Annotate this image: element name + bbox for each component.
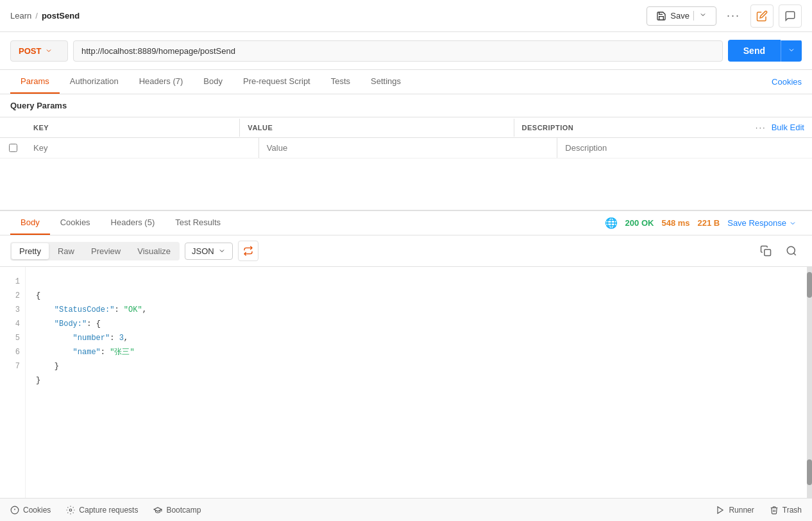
- chevron-down-icon: [699, 11, 707, 19]
- line-num-6: 6: [5, 345, 20, 359]
- tab-tests[interactable]: Tests: [321, 70, 360, 94]
- tab-authorization[interactable]: Authorization: [60, 70, 129, 94]
- bootcamp-icon: [153, 506, 162, 515]
- status-code: 200 OK: [625, 218, 654, 228]
- status-trash[interactable]: Trash: [770, 506, 802, 515]
- search-button[interactable]: [781, 241, 802, 261]
- code-area: 1 2 3 4 5 6 7 { "StatusCode:": "OK", "Bo…: [0, 267, 812, 498]
- send-main-button[interactable]: Send: [728, 40, 781, 62]
- edit-button[interactable]: [750, 4, 774, 28]
- save-response-label: Save Response: [727, 218, 786, 228]
- svg-rect-0: [765, 250, 771, 256]
- resp-tab-headers[interactable]: Headers (5): [101, 211, 165, 235]
- view-pretty[interactable]: Pretty: [12, 243, 49, 259]
- cookie-icon: [10, 506, 19, 515]
- save-label: Save: [670, 11, 689, 21]
- status-runner[interactable]: Runner: [716, 506, 754, 515]
- tab-params[interactable]: Params: [10, 70, 60, 94]
- view-preview[interactable]: Preview: [83, 243, 128, 259]
- view-raw[interactable]: Raw: [50, 243, 82, 259]
- scrollbar-thumb-top[interactable]: [807, 272, 812, 298]
- more-button[interactable]: ···: [722, 6, 745, 25]
- format-bar: Pretty Raw Preview Visualize JSON: [0, 235, 812, 267]
- breadcrumb-learn[interactable]: Learn: [10, 11, 31, 21]
- desc-cell[interactable]: [557, 138, 812, 158]
- status-runner-label: Runner: [729, 506, 754, 515]
- view-visualize[interactable]: Visualize: [130, 243, 178, 259]
- save-dropdown[interactable]: [693, 11, 707, 21]
- format-select[interactable]: JSON: [185, 243, 233, 260]
- key-cell[interactable]: [26, 138, 259, 158]
- code-content: { "StatusCode:": "OK", "Body:": { "numbe…: [26, 267, 807, 498]
- more-options-icon[interactable]: ···: [756, 123, 766, 132]
- breadcrumb-separator: /: [35, 11, 38, 21]
- svg-marker-5: [718, 506, 723, 513]
- tab-headers[interactable]: Headers (7): [129, 70, 194, 94]
- tab-settings[interactable]: Settings: [360, 70, 411, 94]
- bulk-edit-label[interactable]: Bulk Edit: [772, 123, 804, 132]
- send-dropdown-button[interactable]: [781, 40, 802, 62]
- response-size: 221 B: [698, 218, 720, 228]
- desc-input[interactable]: [565, 143, 804, 153]
- request-tabs: Params Authorization Headers (7) Body Pr…: [0, 70, 812, 94]
- trash-icon: [770, 506, 779, 515]
- search-icon: [786, 245, 797, 257]
- save-icon: [656, 11, 666, 21]
- resp-tab-test-results[interactable]: Test Results: [165, 211, 231, 235]
- send-button-group: Send: [728, 40, 802, 62]
- status-cookies[interactable]: Cookies: [10, 506, 51, 515]
- save-response-chevron-icon: [789, 219, 797, 227]
- scrollbar-vertical[interactable]: [807, 267, 812, 498]
- status-bar: Cookies Capture requests Bootcamp Runner…: [0, 498, 812, 521]
- line-numbers: 1 2 3 4 5 6 7: [0, 267, 26, 498]
- save-button[interactable]: Save: [647, 6, 716, 26]
- method-select[interactable]: POST: [10, 40, 68, 62]
- status-bootcamp-label: Bootcamp: [166, 506, 201, 515]
- table-row: [0, 138, 812, 158]
- resp-tab-body[interactable]: Body: [10, 211, 50, 235]
- th-check: [0, 123, 26, 133]
- line-num-3: 3: [5, 303, 20, 317]
- svg-point-1: [787, 246, 795, 254]
- method-label: POST: [19, 46, 41, 56]
- params-empty-space: [0, 158, 812, 210]
- send-chevron-icon: [788, 46, 795, 54]
- response-status: 🌐 200 OK 548 ms 221 B Save Response: [600, 217, 802, 229]
- capture-icon: [66, 506, 75, 515]
- header: Learn / postSend Save ···: [0, 0, 812, 32]
- view-tabs: Pretty Raw Preview Visualize: [10, 242, 180, 260]
- svg-point-4: [70, 509, 72, 511]
- line-num-5: 5: [5, 331, 20, 345]
- comment-button[interactable]: [779, 4, 802, 28]
- copy-button[interactable]: [756, 241, 776, 261]
- response-tabs: Body Cookies Headers (5) Test Results 🌐 …: [0, 211, 812, 235]
- status-cookies-label: Cookies: [23, 506, 51, 515]
- resp-tab-cookies[interactable]: Cookies: [50, 211, 101, 235]
- runner-icon: [716, 506, 725, 515]
- table-header: KEY VALUE DESCRIPTION ··· Bulk Edit: [0, 117, 812, 138]
- params-table: KEY VALUE DESCRIPTION ··· Bulk Edit: [0, 117, 812, 158]
- checkbox-input[interactable]: [9, 144, 17, 152]
- response-time: 548 ms: [661, 218, 689, 228]
- value-cell[interactable]: [259, 138, 557, 158]
- copy-icon: [760, 245, 772, 257]
- save-response-button[interactable]: Save Response: [727, 218, 797, 228]
- th-actions: ··· Bulk Edit: [748, 117, 812, 137]
- globe-icon: 🌐: [605, 217, 618, 229]
- value-input[interactable]: [267, 143, 549, 153]
- status-capture[interactable]: Capture requests: [66, 506, 138, 515]
- scrollbar-thumb-bottom[interactable]: [807, 459, 812, 485]
- tab-prerequest[interactable]: Pre-request Script: [233, 70, 321, 94]
- row-checkbox[interactable]: [0, 139, 26, 157]
- tab-cookies[interactable]: Cookies: [772, 71, 802, 93]
- url-input[interactable]: [73, 40, 723, 62]
- edit-icon: [756, 10, 768, 22]
- key-input[interactable]: [33, 143, 251, 153]
- status-bootcamp[interactable]: Bootcamp: [153, 506, 201, 515]
- line-num-1: 1: [5, 275, 20, 289]
- url-bar: POST Send: [0, 32, 812, 70]
- tab-body[interactable]: Body: [193, 70, 233, 94]
- wrap-button[interactable]: [238, 241, 258, 261]
- format-label: JSON: [192, 246, 214, 256]
- wrap-icon: [243, 246, 253, 256]
